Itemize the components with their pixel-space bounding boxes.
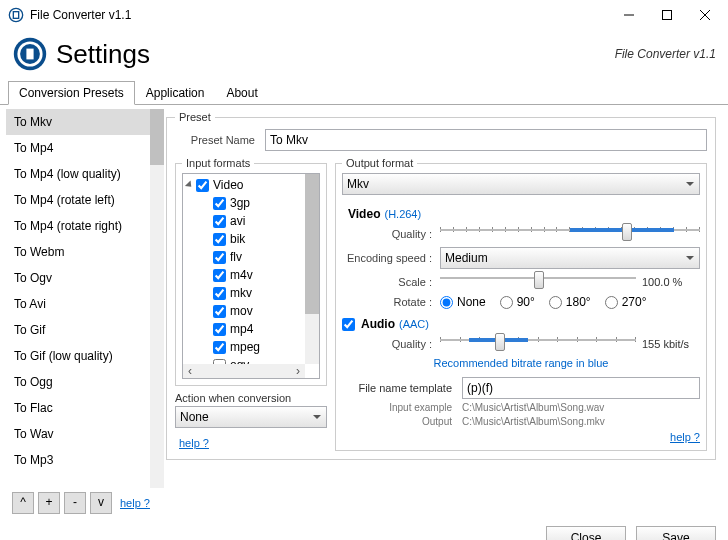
- rotate-label: Rotate :: [342, 296, 440, 308]
- scrollbar-thumb[interactable]: [305, 174, 319, 314]
- header: Settings File Converter v1.1: [0, 30, 728, 80]
- list-item[interactable]: To Mp3: [6, 447, 164, 473]
- tree-item: m4v: [230, 268, 253, 282]
- move-up-button[interactable]: ^: [12, 492, 34, 514]
- list-item[interactable]: To Gif: [6, 317, 164, 343]
- help-link[interactable]: help ?: [670, 431, 700, 443]
- tree-item: bik: [230, 232, 245, 246]
- output-format-group: Output format Mkv Video(H.264) Quality :: [335, 157, 707, 451]
- list-item[interactable]: To Avi: [6, 291, 164, 317]
- input-formats-group: Input formats Video 3gp avi bik flv m4v …: [175, 157, 327, 386]
- action-label: Action when conversion: [175, 392, 327, 404]
- tree-checkbox[interactable]: [213, 305, 226, 318]
- video-quality-slider[interactable]: [440, 225, 700, 243]
- tree-root-label: Video: [213, 178, 243, 192]
- tab-bar: Conversion Presets Application About: [0, 80, 728, 105]
- filename-template-label: File name template: [342, 382, 462, 394]
- filename-template-input[interactable]: [462, 377, 700, 399]
- action-select[interactable]: None: [175, 406, 327, 428]
- audio-quality-value: 155 kbit/s: [642, 338, 700, 350]
- scrollbar-thumb[interactable]: [150, 109, 164, 165]
- svg-point-0: [9, 8, 22, 21]
- preset-name-input[interactable]: [265, 129, 707, 151]
- preset-sidebar: To Mkv To Mp4 To Mp4 (low quality) To Mp…: [0, 105, 164, 518]
- h-scrollbar[interactable]: ‹›: [183, 364, 305, 378]
- encoding-speed-select[interactable]: Medium: [440, 247, 700, 269]
- app-version: File Converter v1.1: [615, 47, 716, 61]
- tree-checkbox[interactable]: [213, 323, 226, 336]
- audio-checkbox[interactable]: [342, 318, 355, 331]
- tree-item: avi: [230, 214, 245, 228]
- tree-checkbox[interactable]: [213, 269, 226, 282]
- bitrate-note: Recommended bitrate range in blue: [342, 357, 700, 369]
- preset-group: Preset Preset Name Input formats Video 3…: [166, 111, 716, 460]
- tree-item: mov: [230, 304, 253, 318]
- preset-name-label: Preset Name: [175, 134, 265, 146]
- list-item[interactable]: To Mp4: [6, 135, 164, 161]
- tree-checkbox[interactable]: [213, 197, 226, 210]
- list-item[interactable]: To Ogg: [6, 369, 164, 395]
- list-item[interactable]: To Ogv: [6, 265, 164, 291]
- page-title: Settings: [56, 39, 615, 70]
- add-preset-button[interactable]: +: [38, 492, 60, 514]
- scrollbar[interactable]: [150, 109, 164, 488]
- tree-checkbox[interactable]: [213, 215, 226, 228]
- footer: Close Save: [0, 518, 728, 540]
- encoding-speed-label: Encoding speed :: [342, 252, 440, 264]
- rotate-180-radio[interactable]: 180°: [549, 295, 591, 309]
- tree-item: mkv: [230, 286, 252, 300]
- tree-checkbox[interactable]: [213, 287, 226, 300]
- collapse-icon[interactable]: [185, 180, 194, 189]
- scale-slider[interactable]: [440, 273, 636, 291]
- svg-rect-9: [26, 49, 33, 60]
- video-quality-label: Quality :: [342, 228, 440, 240]
- svg-rect-3: [663, 11, 672, 20]
- output-format-legend: Output format: [342, 157, 417, 169]
- rotate-270-radio[interactable]: 270°: [605, 295, 647, 309]
- tab-conversion-presets[interactable]: Conversion Presets: [8, 81, 135, 105]
- tree-checkbox[interactable]: [213, 341, 226, 354]
- audio-codec-label: (AAC): [399, 318, 429, 330]
- close-button[interactable]: Close: [546, 526, 626, 540]
- window-title: File Converter v1.1: [30, 8, 610, 22]
- help-link[interactable]: help ?: [179, 437, 209, 449]
- list-item[interactable]: To Webm: [6, 239, 164, 265]
- list-item[interactable]: To Wav: [6, 421, 164, 447]
- app-icon: [8, 7, 24, 23]
- move-down-button[interactable]: v: [90, 492, 112, 514]
- video-section-label: Video: [348, 207, 380, 221]
- help-link[interactable]: help ?: [120, 497, 150, 509]
- save-button[interactable]: Save: [636, 526, 716, 540]
- list-item[interactable]: To Mkv: [6, 109, 164, 135]
- tree-item: 3gp: [230, 196, 250, 210]
- format-tree[interactable]: Video 3gp avi bik flv m4v mkv mov mp4 mp…: [182, 173, 320, 379]
- output-example-label: Output: [342, 416, 462, 427]
- close-button[interactable]: [686, 1, 724, 29]
- output-format-select[interactable]: Mkv: [342, 173, 700, 195]
- tree-checkbox[interactable]: [196, 179, 209, 192]
- audio-section-label: Audio: [361, 317, 395, 331]
- tree-checkbox[interactable]: [213, 233, 226, 246]
- rotate-none-radio[interactable]: None: [440, 295, 486, 309]
- tab-about[interactable]: About: [215, 81, 268, 105]
- audio-quality-label: Quality :: [342, 338, 440, 350]
- remove-preset-button[interactable]: -: [64, 492, 86, 514]
- minimize-button[interactable]: [610, 1, 648, 29]
- preset-list[interactable]: To Mkv To Mp4 To Mp4 (low quality) To Mp…: [6, 109, 164, 488]
- rotate-90-radio[interactable]: 90°: [500, 295, 535, 309]
- app-logo-icon: [12, 36, 48, 72]
- tree-item: mp4: [230, 322, 253, 336]
- tab-application[interactable]: Application: [135, 81, 216, 105]
- audio-quality-slider[interactable]: [440, 335, 636, 353]
- list-item[interactable]: To Mp4 (rotate left): [6, 187, 164, 213]
- video-codec-label: (H.264): [384, 208, 421, 220]
- tree-checkbox[interactable]: [213, 251, 226, 264]
- list-item[interactable]: To Mp4 (rotate right): [6, 213, 164, 239]
- list-item[interactable]: To Mp4 (low quality): [6, 161, 164, 187]
- list-item[interactable]: To Gif (low quality): [6, 343, 164, 369]
- tree-item: flv: [230, 250, 242, 264]
- scale-value: 100.0 %: [642, 276, 700, 288]
- list-item[interactable]: To Flac: [6, 395, 164, 421]
- maximize-button[interactable]: [648, 1, 686, 29]
- title-bar: File Converter v1.1: [0, 0, 728, 30]
